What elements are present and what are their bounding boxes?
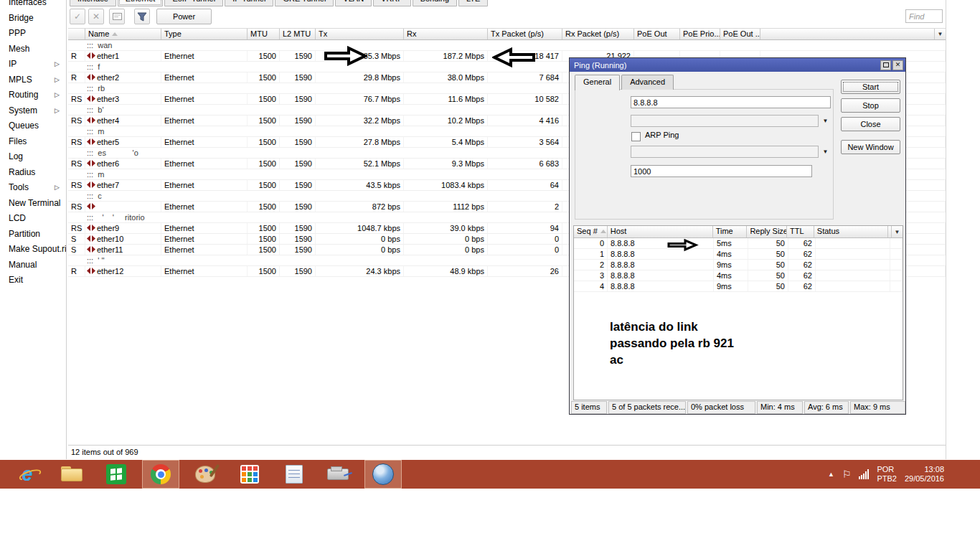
taskbar-network-tool[interactable] <box>319 460 357 489</box>
packet-count-dropdown-arrow-icon[interactable]: ▼ <box>820 146 831 158</box>
sidebar-item-lcd[interactable]: LCD <box>0 211 66 227</box>
ping-dialog-titlebar[interactable]: Ping (Running) ✕ <box>570 58 905 72</box>
header-cell-select[interactable] <box>68 29 85 39</box>
tab-ip-tunnel[interactable]: IP Tunnel <box>225 0 273 6</box>
interface-dropdown-arrow-icon[interactable]: ▼ <box>820 115 831 127</box>
close-button[interactable]: Close <box>841 117 900 131</box>
sidebar-item-manual[interactable]: Manual <box>0 258 66 273</box>
sidebar-item-ip[interactable]: IP▷ <box>0 57 66 72</box>
tab-lte[interactable]: LTE <box>458 0 488 6</box>
sidebar-item-interfaces[interactable]: Interfaces <box>0 0 66 11</box>
sidebar-item-new-terminal[interactable]: New Terminal <box>0 196 66 212</box>
seq-cell: 1 <box>574 249 608 259</box>
sidebar-item-system[interactable]: System▷ <box>0 103 66 119</box>
sidebar-item-bridge[interactable]: Bridge <box>0 11 66 27</box>
header-cell-type[interactable]: Type <box>161 29 248 39</box>
sidebar-item-files[interactable]: Files <box>0 134 66 150</box>
sidebar-item-partition[interactable]: Partition <box>0 227 66 242</box>
interface-name: ether10 <box>97 234 123 244</box>
tab-vlan[interactable]: VLAN <box>335 0 372 6</box>
packet-count-combo[interactable] <box>631 146 819 158</box>
ping-tab-general[interactable]: General <box>575 75 620 90</box>
ping-header-host[interactable]: Host <box>608 226 713 237</box>
action-center-flag-icon[interactable]: ⚐ <box>842 469 852 479</box>
sidebar-item-ppp[interactable]: PPP <box>0 26 66 42</box>
interface-combo[interactable] <box>631 115 819 127</box>
header-cell-name[interactable]: Name <box>85 29 161 39</box>
interface-name: ether6 <box>97 159 119 169</box>
find-input[interactable] <box>905 9 943 23</box>
sidebar-item-exit[interactable]: Exit <box>0 273 66 288</box>
ping-result-row[interactable]: 18.8.8.84ms5062 <box>574 249 903 260</box>
stop-button[interactable]: Stop <box>841 98 900 113</box>
header-cell-poe-out[interactable]: PoE Out <box>634 29 680 39</box>
type-cell: Ethernet <box>161 94 248 104</box>
apply-button[interactable]: ✓ <box>70 9 85 24</box>
sidebar-item-mesh[interactable]: Mesh <box>0 42 66 57</box>
tab-eoip-tunnel[interactable]: EoIP Tunnel <box>164 0 223 6</box>
network-signal-icon[interactable] <box>859 469 869 479</box>
header-cell-mtu[interactable]: MTU <box>248 29 280 39</box>
ping-result-row[interactable]: 08.8.8.85ms5062 <box>574 238 903 249</box>
tray-hidden-icons-arrow[interactable]: ▲ <box>828 471 834 478</box>
ping-to-input[interactable] <box>631 96 831 108</box>
header-cell-rx[interactable]: Rx <box>404 29 488 39</box>
sidebar-item-routing[interactable]: Routing▷ <box>0 88 66 103</box>
sidebar-item-make-supout-rif[interactable]: Make Supout.rif <box>0 242 66 258</box>
sidebar-item-log[interactable]: Log <box>0 149 66 165</box>
start-button[interactable]: Start <box>841 80 900 94</box>
ping-header-time[interactable]: Time <box>713 226 748 237</box>
header-cell-poe-prio[interactable]: PoE Prio... <box>680 29 720 39</box>
taskbar-internet-explorer[interactable]: e <box>9 460 46 489</box>
comment-button[interactable] <box>109 9 125 24</box>
sidebar-item-tools[interactable]: Tools▷ <box>0 180 66 196</box>
ping-result-row[interactable]: 38.8.8.84ms5062 <box>574 270 903 281</box>
taskbar-file-explorer[interactable] <box>53 460 90 489</box>
ping-tab-advanced[interactable]: Advanced <box>621 75 674 90</box>
header-cell-poe-out[interactable]: PoE Out ... <box>720 29 760 39</box>
ping-result-row[interactable]: 28.8.8.89ms5062 <box>574 260 903 270</box>
power-cycle-button[interactable]: Power Cycle <box>156 9 212 24</box>
tx-packet-cell: 6 683 <box>488 159 562 169</box>
taskbar-windows-store[interactable] <box>98 460 135 489</box>
remove-button[interactable]: ✕ <box>88 9 104 24</box>
maximize-button[interactable] <box>880 60 891 70</box>
new-window-button[interactable]: New Window <box>841 140 900 154</box>
header-cell-rx-packet-p-s[interactable]: Rx Packet (p/s) <box>562 29 634 39</box>
tab-vrrp[interactable]: VRRP <box>373 0 411 6</box>
taskbar-paint[interactable] <box>187 460 224 489</box>
language-indicator[interactable]: PORPTB2 <box>877 465 897 484</box>
ping-header-reply-size[interactable]: Reply Size <box>747 226 787 237</box>
sidebar-item-queues[interactable]: Queues <box>0 118 66 134</box>
taskbar-notepad[interactable] <box>275 460 313 489</box>
arp-ping-label: ARP Ping <box>645 131 679 139</box>
ping-results-panel: Seq #HostTimeReply SizeTTLStatus▼ 08.8.8… <box>573 225 903 400</box>
taskbar-app-grid[interactable] <box>231 460 268 489</box>
header-cell-tx[interactable]: Tx <box>316 29 404 39</box>
filter-button[interactable] <box>134 9 150 24</box>
tab-ethernet[interactable]: Ethernet <box>118 0 164 6</box>
tray-clock[interactable]: 13:0829/05/2016 <box>905 465 944 484</box>
sidebar-item-label: Tools <box>9 182 29 192</box>
sidebar-item-radius[interactable]: Radius <box>0 165 66 181</box>
ping-column-select-arrow-icon[interactable]: ▼ <box>891 226 903 237</box>
header-cell-l2-mtu[interactable]: L2 MTU <box>280 29 316 39</box>
close-icon-button[interactable]: ✕ <box>892 60 903 70</box>
timeout-input[interactable] <box>631 165 812 177</box>
ping-header-ttl[interactable]: TTL <box>787 226 814 237</box>
ping-result-row[interactable]: 48.8.8.89ms5062 <box>574 281 903 292</box>
taskbar-chrome[interactable] <box>142 460 179 489</box>
sidebar-item-mpls[interactable]: MPLS▷ <box>0 72 66 88</box>
header-cell-tx-packet-p-s[interactable]: Tx Packet (p/s) <box>488 29 562 39</box>
tab-gre-tunnel[interactable]: GRE Tunnel <box>275 0 334 6</box>
tx-cell: 0 bps <box>316 234 404 244</box>
ping-header-seq[interactable]: Seq # <box>574 226 608 237</box>
rx-cell: 11.6 Mbps <box>404 94 488 104</box>
status-cell <box>816 260 890 270</box>
column-select-arrow-icon[interactable]: ▼ <box>934 29 946 39</box>
ping-header-status[interactable]: Status <box>814 226 888 237</box>
taskbar-winbox[interactable] <box>364 460 402 489</box>
tab-interface[interactable]: Interface <box>70 0 116 6</box>
arp-ping-checkbox[interactable] <box>631 132 641 141</box>
tab-bonding[interactable]: Bonding <box>413 0 457 6</box>
